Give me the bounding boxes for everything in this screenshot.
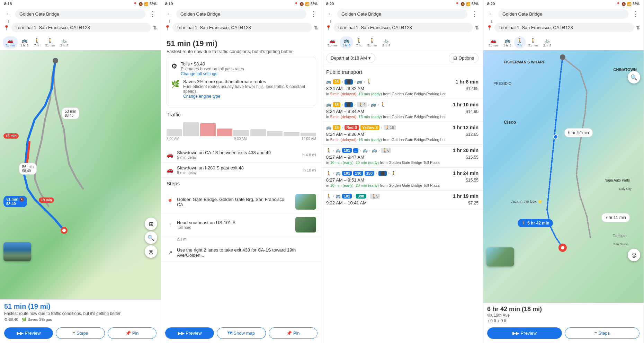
search-from-4[interactable]: Golden Gate Bridge	[498, 9, 628, 19]
398-badge-r6: 398	[356, 194, 366, 199]
swap-button-2[interactable]: ⇅	[314, 25, 318, 30]
pin-button-1[interactable]: 📌 Pin	[108, 327, 156, 339]
search-to-4[interactable]: Terminal 1, San Francisco, CA 94128	[494, 23, 634, 32]
san-bruno-label: San Bruno	[613, 243, 628, 246]
tab-bus-1[interactable]: 🚌 1 hr 8	[18, 36, 31, 49]
status-time-4: 8:20	[487, 2, 495, 6]
options-button[interactable]: ⊞ Options	[449, 53, 478, 63]
search-button-1[interactable]: 🔍	[145, 231, 157, 244]
transit-scroll[interactable]: 🚌 28 › ⬛ › 🚌 › 🚶 1 hr 8 min 8:24 AM – 9:…	[322, 76, 483, 343]
layers-button-1[interactable]: ⊞	[145, 218, 157, 230]
car-icon-3: 🚗	[329, 38, 335, 43]
step-pin-icon: 📍	[167, 199, 173, 205]
search-to-3[interactable]: Terminal 1, San Francisco, CA 94128	[333, 23, 473, 32]
search-to-2[interactable]: Terminal 1, San Francisco, CA 94128	[172, 23, 312, 32]
price-r6: $7.25	[468, 201, 478, 205]
swap-button-1[interactable]: ⇅	[153, 25, 157, 30]
search-btn-4[interactable]: 🔍	[628, 71, 640, 83]
pin-button-2[interactable]: 📌 Pin	[269, 327, 317, 339]
note-r3: in 5 min (delayed), 13 min (early) from …	[326, 138, 478, 142]
panel2-scroll[interactable]: 51 min (19 mi) Fastest route now due to …	[161, 35, 322, 325]
loc-icon-4: 📍	[616, 2, 620, 6]
step-exit-icon: ↗	[167, 249, 173, 256]
walk-main-label: 🚶 6 hr 42 min	[518, 219, 553, 227]
bottom-info-1: 51 min (19 mi) Fastest route now due to …	[0, 299, 161, 325]
preview-button-2[interactable]: ▶▶ Preview	[165, 327, 214, 339]
back-button-3[interactable]: ←	[325, 9, 335, 19]
transit-route-4[interactable]: 🚶 › 🚌 101 ... › 🚌 › 🚌 › 🚶6 1 hr 20 min 8…	[322, 145, 483, 168]
walk-icon: 🚶	[34, 38, 40, 43]
preview-button-1[interactable]: ▶▶ Preview	[4, 327, 53, 339]
tab-bike-1[interactable]: 🚲 2 hr 4	[57, 36, 71, 49]
toll-link[interactable]: Change toll settings	[181, 71, 312, 76]
tab-walk2-4[interactable]: 🚶 51 min	[526, 36, 540, 49]
alt-route-label-2: 56 min$8.40	[19, 163, 37, 175]
duration-r2: 1 hr 10 min	[453, 102, 478, 107]
panel-map: 8:18 📍 🔕 📶 53% ← Golden Gate Bridge ⋮ 📍 …	[0, 0, 161, 343]
transit-route-5[interactable]: 🚶 › 🚌 101 130 150 › ⬛ › 🚶 1 hr 24 min 8:…	[322, 168, 483, 191]
tab-walk-3[interactable]: 🚶 7 hr	[353, 36, 365, 49]
note-r4: in 10 min (early), 20 min (early) from G…	[326, 160, 478, 165]
locate-button-1[interactable]: ◎	[145, 245, 157, 258]
menu-button-2[interactable]: ⋮	[308, 9, 318, 19]
car-icon-4: 🚗	[490, 38, 496, 43]
tab-car-1[interactable]: 🚗 51 min	[3, 36, 18, 49]
menu-button-4[interactable]: ⋮	[630, 9, 640, 19]
walk-title: 6 hr 42 min (18 mi)	[487, 306, 639, 313]
compass-btn-4[interactable]: ◎	[628, 249, 640, 261]
traffic-header: Traffic	[161, 109, 322, 119]
walk-map-area[interactable]: FISHERMAN'S WHARF CHINATOWN PRESIDIO Cis…	[483, 50, 644, 303]
mute-icon-3: 🔕	[460, 2, 465, 6]
back-button-1[interactable]: ←	[3, 9, 13, 19]
preview-label-4: ▶▶ Preview	[512, 331, 537, 336]
depart-row: Depart at 8:18 AM ▾ ⊞ Options	[322, 50, 483, 66]
menu-button-3[interactable]: ⋮	[469, 9, 479, 19]
tab-walk2-3[interactable]: 🚶 51 min	[365, 36, 379, 49]
step-img-2[interactable]	[295, 217, 316, 232]
tab-bike-3[interactable]: 🚲 2 hr 4	[379, 36, 393, 49]
tab-bike-4[interactable]: 🚲 2 hr 4	[540, 36, 554, 49]
search-to-row-3: 📍 Terminal 1, San Francisco, CA 94128 ⇅	[325, 23, 479, 32]
search-from-3[interactable]: Golden Gate Bridge	[337, 9, 467, 19]
transit-route-row-2: 🚌 28 › ⬛ › 🚶4 › 🚌 › 🚶 1 hr 10 min	[326, 102, 478, 107]
step-2: ↑ Head southeast on US-101 S Toll road	[161, 213, 322, 236]
street-photo-1[interactable]	[3, 242, 31, 261]
tab-walk-4[interactable]: 🚶 7 hr	[514, 36, 526, 49]
transit-route-6[interactable]: 🚶 › 🚌 101 › 398 › 🚶5 1 hr 19 min 9:22 AM…	[322, 191, 483, 209]
search-from-input-1[interactable]: Golden Gate Bridge	[15, 9, 145, 19]
tab-walk2-1[interactable]: 🚶 51 min	[43, 36, 57, 49]
tab-walk-1[interactable]: 🚶 7 hr	[31, 36, 43, 49]
swap-button-4[interactable]: ⇅	[636, 25, 640, 30]
show-map-button-2[interactable]: 🗺 Show map	[217, 327, 266, 339]
map-area-1[interactable]: 53 min$8.40 56 min$8.40 51 min 🔇$8.40 +5…	[0, 50, 161, 299]
toll-meta-1: ⚙ $8.40	[4, 317, 18, 322]
transit-time-row-2: 8:24 AM – 9:34 AM $14.90	[326, 109, 478, 114]
steps-button-1[interactable]: ≡ Steps	[56, 327, 105, 339]
dest-pin-3: 📍	[325, 25, 331, 30]
search-from-2[interactable]: Golden Gate Bridge	[176, 9, 306, 19]
depart-button[interactable]: Depart at 8:18 AM ▾	[326, 53, 375, 63]
step-img-1[interactable]	[295, 194, 316, 210]
tab-bus-3[interactable]: 🚌 1 hr 8	[340, 36, 353, 49]
times-r3: 8:24 AM – 9:36 AM	[326, 132, 364, 137]
back-button-2[interactable]: ←	[164, 9, 174, 19]
preview-button-4[interactable]: ▶▶ Preview	[487, 327, 562, 339]
menu-button-1[interactable]: ⋮	[147, 9, 157, 19]
swap-button-3[interactable]: ⇅	[475, 25, 479, 30]
search-to-input-1[interactable]: Terminal 1, San Francisco, CA 94128	[11, 23, 151, 32]
back-button-4[interactable]: ←	[486, 9, 496, 19]
transit-route-1[interactable]: 🚌 28 › ⬛ › 🚌 › 🚶 1 hr 8 min 8:24 AM – 9:…	[322, 76, 483, 99]
transit-route-2[interactable]: 🚌 28 › ⬛ › 🚶4 › 🚌 › 🚶 1 hr 10 min 8:24 A…	[322, 99, 483, 122]
tab-bus-4[interactable]: 🚌 1 hr 8	[501, 36, 514, 49]
chevron-down-icon: ▾	[368, 55, 371, 61]
gas-link[interactable]: Change engine type	[183, 94, 312, 99]
step-img-inner-2	[295, 217, 316, 232]
steps-button-4[interactable]: ≡ Steps	[565, 327, 639, 339]
tab-car-4[interactable]: 🚗 51 min	[486, 36, 501, 49]
tab-car-3[interactable]: 🚗 51 min	[325, 36, 340, 49]
rail-badge-r5: ⬛	[378, 171, 387, 176]
street-photo-4[interactable]	[486, 247, 514, 266]
svg-point-2	[62, 229, 66, 232]
depart-label: Depart at 8:18 AM	[331, 55, 367, 61]
transit-route-3[interactable]: 🚌 28 › Red-S Yellow-S › 🚶18 1 hr 12 min …	[322, 122, 483, 145]
